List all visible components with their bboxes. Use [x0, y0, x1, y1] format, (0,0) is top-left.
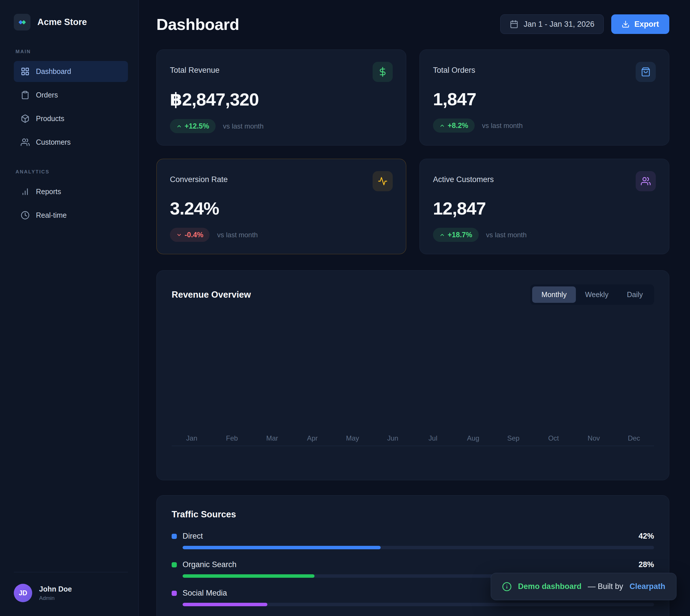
- progress-track: [182, 546, 654, 549]
- toast-highlight-text: Demo dashboard: [518, 582, 582, 591]
- page-title: Dashboard: [156, 15, 239, 34]
- main-content: Dashboard Jan 1 - Jan 31, 2026 Export To…: [138, 0, 690, 616]
- stat-card-total-orders: Total Orders 1,847 +8.2% vs last month: [420, 49, 669, 146]
- activity-icon: [373, 171, 393, 191]
- traffic-source-pct: 28%: [639, 560, 654, 569]
- sidebar: Acme Store MAIN Dashboard Orders Product…: [0, 0, 138, 616]
- stat-label: Conversion Rate: [170, 171, 228, 184]
- legend-square: [172, 591, 177, 596]
- stats-grid: Total Revenue ฿2,847,320 +12.5% vs last …: [156, 49, 669, 254]
- date-range-button[interactable]: Jan 1 - Jan 31, 2026: [500, 14, 604, 34]
- chart-plot-area: [172, 305, 654, 434]
- clipboard-icon: [21, 91, 30, 100]
- revenue-overview-card: Revenue Overview Monthly Weekly Daily Ja…: [156, 270, 669, 480]
- grid-icon: [21, 67, 30, 76]
- chevron-up-icon: [439, 123, 445, 129]
- stat-card-conversion-rate: Conversion Rate 3.24% -0.4% vs last mont…: [156, 159, 406, 254]
- stat-value: ฿2,847,320: [170, 89, 393, 110]
- chart-range-toggle: Monthly Weekly Daily: [530, 284, 654, 305]
- clock-icon: [21, 211, 30, 220]
- sidebar-item-label: Dashboard: [36, 67, 71, 75]
- delta-badge: -0.4%: [170, 228, 209, 242]
- export-label: Export: [634, 20, 659, 29]
- dollar-icon: [373, 62, 393, 82]
- demo-toast: Demo dashboard — Built by Clearpath: [491, 573, 676, 600]
- shopping-bag-icon: [636, 62, 656, 82]
- box-icon: [21, 114, 30, 123]
- stat-label: Total Revenue: [170, 62, 220, 75]
- tab-weekly[interactable]: Weekly: [576, 286, 618, 303]
- bar-chart-icon: [21, 187, 30, 196]
- stat-value: 1,847: [433, 89, 656, 109]
- sidebar-item-label: Products: [36, 114, 64, 123]
- stat-note: vs last month: [217, 231, 258, 239]
- users-icon: [21, 138, 30, 147]
- chevron-down-icon: [176, 232, 182, 238]
- export-button[interactable]: Export: [611, 14, 669, 34]
- sidebar-item-label: Customers: [36, 138, 71, 146]
- users-icon: [636, 171, 656, 191]
- tab-daily[interactable]: Daily: [618, 286, 652, 303]
- legend-square: [172, 534, 177, 539]
- sidebar-item-dashboard[interactable]: Dashboard: [14, 61, 128, 82]
- sidebar-item-realtime[interactable]: Real-time: [14, 205, 128, 226]
- stat-value: 3.24%: [170, 198, 393, 219]
- sidebar-item-products[interactable]: Products: [14, 108, 128, 129]
- revenue-overview-title: Revenue Overview: [172, 290, 251, 300]
- traffic-source-name: Direct: [182, 532, 203, 541]
- tab-monthly[interactable]: Monthly: [532, 286, 576, 303]
- brand-name: Acme Store: [37, 17, 87, 27]
- date-range-label: Jan 1 - Jan 31, 2026: [524, 20, 594, 29]
- stat-note: vs last month: [482, 122, 523, 130]
- traffic-source-name: Organic Search: [182, 560, 237, 569]
- nav-section-analytics-label: ANALYTICS: [16, 169, 128, 175]
- stat-card-active-customers: Active Customers 12,847 +18.7% vs last m…: [420, 159, 669, 254]
- sidebar-item-customers[interactable]: Customers: [14, 132, 128, 153]
- sidebar-item-label: Reports: [36, 188, 61, 196]
- stat-label: Total Orders: [433, 62, 475, 75]
- sidebar-item-orders[interactable]: Orders: [14, 85, 128, 106]
- progress-fill: [182, 603, 267, 606]
- chart-x-axis-labels: Jan Feb Mar Apr May Jun Jul Aug Sep Oct …: [172, 434, 654, 442]
- chevron-up-icon: [176, 124, 182, 129]
- stat-label: Active Customers: [433, 171, 494, 184]
- toast-link[interactable]: Clearpath: [629, 582, 665, 591]
- delta-badge: +18.7%: [433, 228, 479, 242]
- traffic-source-pct: 42%: [639, 532, 654, 541]
- avatar: JD: [14, 584, 32, 602]
- progress-track: [182, 603, 654, 606]
- stat-value: 12,847: [433, 198, 656, 219]
- brand-logo-icon: [14, 14, 30, 30]
- progress-fill: [182, 546, 381, 549]
- brand: Acme Store: [14, 14, 128, 30]
- chevron-up-icon: [439, 232, 445, 238]
- traffic-row-direct: Direct 42%: [172, 532, 654, 549]
- stat-card-total-revenue: Total Revenue ฿2,847,320 +12.5% vs last …: [156, 49, 406, 146]
- delta-badge: +12.5%: [170, 119, 216, 133]
- info-circle-icon: [502, 582, 512, 592]
- stat-note: vs last month: [223, 122, 264, 130]
- nav-section-main-label: MAIN: [16, 49, 128, 54]
- user-role: Admin: [39, 595, 72, 601]
- user-profile[interactable]: JD John Doe Admin: [14, 572, 128, 602]
- delta-badge: +8.2%: [433, 118, 475, 133]
- traffic-source-name: Social Media: [182, 589, 227, 598]
- sidebar-item-reports[interactable]: Reports: [14, 181, 128, 202]
- sidebar-item-label: Real-time: [36, 211, 67, 219]
- progress-fill: [182, 574, 314, 578]
- download-icon: [622, 20, 630, 28]
- toast-text: — Built by: [588, 582, 623, 591]
- legend-square: [172, 562, 177, 567]
- stat-note: vs last month: [486, 231, 527, 239]
- user-name: John Doe: [39, 585, 72, 593]
- calendar-icon: [510, 20, 518, 28]
- traffic-sources-title: Traffic Sources: [172, 509, 654, 520]
- sidebar-item-label: Orders: [36, 91, 58, 99]
- page-header: Dashboard Jan 1 - Jan 31, 2026 Export: [156, 14, 669, 34]
